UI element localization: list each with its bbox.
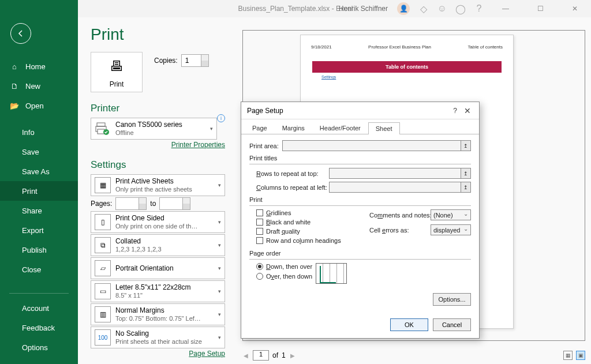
rowcol-checkbox[interactable] [256,237,263,244]
tab-sheet[interactable]: Sheet [368,122,400,134]
copies-label: Copies: [154,57,178,65]
diamond-icon[interactable]: ◇ [419,4,428,13]
page-number-input[interactable]: 1 [253,350,269,361]
nav-open[interactable]: 📂Open [0,96,78,115]
print-area-input[interactable]: ↥ [282,140,471,151]
scaling-selector[interactable]: 100 No ScalingPrint sheets at their actu… [91,327,225,348]
pages-to-stepper[interactable] [159,197,190,210]
paper-icon: ▭ [95,283,111,299]
preview-header-center: Professor Excel Business Plan [368,44,431,50]
errors-select[interactable]: displayed [431,224,471,235]
tab-margins[interactable]: Margins [275,122,312,134]
range-picker-icon[interactable]: ↥ [461,182,470,192]
help-icon[interactable]: ? [474,4,484,13]
new-icon: 🗋 [10,82,18,90]
cancel-button[interactable]: Cancel [433,318,471,331]
comments-select[interactable]: (None) [431,209,471,220]
nav-save-as[interactable]: Save As [0,162,78,181]
what-to-print-selector[interactable]: ▦ Print Active SheetsOnly print the acti… [91,174,225,196]
errors-label: Cell errors as: [369,227,427,234]
orientation-selector[interactable]: ▱ Portrait Orientation [91,257,225,279]
nav-save[interactable]: Save [0,142,78,162]
ok-button[interactable]: OK [390,318,428,331]
preview-settings-link: Settings [321,75,513,79]
sides-selector[interactable]: ▯ Print One SidedOnly print on one side … [91,211,225,233]
svg-rect-0 [97,123,105,126]
printer-properties-link[interactable]: Printer Properties [171,141,225,149]
page-setup-dialog: Page Setup ? ✕ Page Margins Header/Foote… [241,102,480,339]
info-icon[interactable]: i [217,114,225,122]
avatar[interactable]: 👤 [397,2,410,15]
page-title: Print [91,25,225,44]
face-icon[interactable]: ☺ [437,4,447,13]
over-down-label: Over, then down [266,273,312,280]
preview-header-left: 9/18/2021 [311,44,332,50]
show-margins-button[interactable]: ▦ [563,351,573,360]
draft-checkbox[interactable] [256,228,263,235]
margins-icon: ▥ [95,306,111,322]
paper-size-selector[interactable]: ▭ Letter 8.5"x11" 22x28cm8.5" x 11" [91,280,225,302]
tab-page[interactable]: Page [245,122,275,134]
bw-label: Black and white [266,219,311,226]
gridlines-checkbox[interactable] [256,209,263,216]
nav-close[interactable]: Close [0,260,78,279]
close-button[interactable]: ✕ [562,1,588,17]
range-picker-icon[interactable]: ↥ [461,168,470,178]
minimize-button[interactable]: — [493,1,518,17]
settings-section: Settings [91,159,225,171]
page-of-label: of [272,351,278,359]
next-page-button[interactable]: ▶ [289,352,296,359]
printer-icon: 🖶 [91,58,142,74]
prev-page-button[interactable]: ◀ [242,352,249,359]
tab-header-footer[interactable]: Header/Footer [312,122,368,134]
options-button[interactable]: Options... [433,293,471,306]
rows-repeat-input[interactable]: ↥ [329,168,471,179]
rowcol-label: Row and column headings [266,237,341,244]
nav-new[interactable]: 🗋New [0,76,78,96]
dialog-help-button[interactable]: ? [450,107,461,115]
draft-label: Draft quality [266,228,300,235]
home-icon: ⌂ [10,62,18,70]
nav-options[interactable]: Options [0,337,78,357]
print-titles-group: Print titles [249,155,471,162]
collation-selector[interactable]: ⧉ Collated1,2,3 1,2,3 1,2,3 [91,234,225,256]
printer-section: Printer [91,103,225,114]
back-button[interactable] [10,23,31,44]
over-down-radio[interactable] [256,273,263,280]
page-order-group: Page order [249,250,471,257]
page-order-icon [316,263,347,284]
nav-feedback[interactable]: Feedback [0,318,78,337]
bw-checkbox[interactable] [256,219,263,226]
down-over-radio[interactable] [256,263,263,270]
nav-export[interactable]: Export [0,220,78,240]
margins-selector[interactable]: ▥ Normal MarginsTop: 0.75" Bottom: 0.75"… [91,303,225,325]
zoom-to-page-button[interactable]: ▣ [576,351,585,360]
nav-share[interactable]: Share [0,201,78,220]
open-icon: 📂 [10,102,18,110]
dialog-title: Page Setup [247,107,283,115]
window-title: Business_Plan_Template.xlsx - Excel [238,5,353,13]
cols-repeat-input[interactable]: ↥ [329,182,471,193]
nav-account[interactable]: Account [0,298,78,318]
nav-print[interactable]: Print [0,181,78,201]
pages-label: Pages: [91,200,112,208]
collated-icon: ⧉ [95,237,111,253]
nav-publish[interactable]: Publish [0,240,78,260]
circle-icon[interactable]: ◯ [456,4,465,13]
backstage-sidebar: ⌂Home 🗋New 📂Open Info Save Save As Print… [0,0,78,364]
one-sided-icon: ▯ [95,214,111,230]
print-area-label: Print area: [249,142,279,149]
nav-info[interactable]: Info [0,122,78,142]
dialog-close-button[interactable]: ✕ [461,106,474,115]
range-picker-icon[interactable]: ↥ [461,141,470,151]
page-setup-link[interactable]: Page Setup [189,350,225,358]
printer-selector[interactable]: Canon TS5000 series Offline [91,118,217,140]
print-button[interactable]: 🖶 Print [91,52,143,92]
portrait-icon: ▱ [95,260,111,276]
nav-home[interactable]: ⌂Home [0,57,78,76]
copies-stepper[interactable]: 1 [181,54,209,67]
maximize-button[interactable]: ☐ [528,1,553,17]
preview-toc-bar: Table of contents [312,61,502,73]
preview-header-right: Table of contents [468,44,503,50]
pages-from-stepper[interactable] [115,197,147,210]
